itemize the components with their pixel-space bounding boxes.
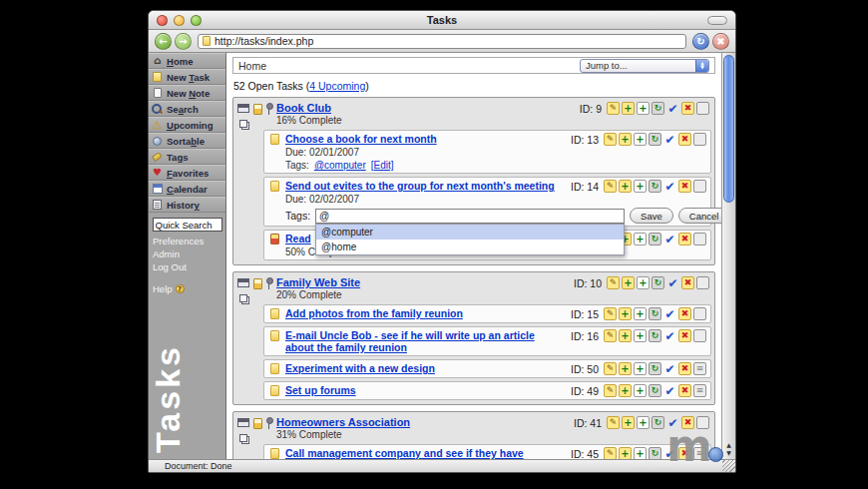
notes-box-icon[interactable] [693, 307, 706, 320]
add-note-icon[interactable]: + [634, 307, 647, 320]
add-note-icon[interactable]: + [634, 362, 647, 375]
notes-box-icon[interactable] [696, 276, 709, 289]
complete-icon[interactable]: ✔ [663, 384, 676, 397]
scroll-down-icon[interactable]: ▼ [726, 450, 731, 456]
delete-icon[interactable]: ✖ [678, 133, 691, 146]
edit-icon[interactable]: ✎ [604, 307, 617, 320]
add-note-icon[interactable]: + [637, 102, 650, 115]
pin-icon[interactable] [265, 417, 272, 429]
task-title-link[interactable]: Call management company and see if they … [285, 447, 565, 459]
add-note-icon[interactable]: + [637, 416, 650, 429]
complete-icon[interactable]: ✔ [663, 133, 676, 146]
tag-link[interactable]: @computer [314, 160, 366, 171]
archive-icon[interactable]: ↻ [649, 384, 661, 397]
copy-group-icon[interactable] [239, 120, 247, 128]
edit-icon[interactable]: ✎ [604, 384, 617, 397]
sidebar-item-new-note[interactable]: New Note [149, 85, 225, 101]
forward-button[interactable]: → [175, 33, 192, 50]
add-task-icon[interactable]: + [619, 329, 632, 342]
sidebar-link-admin[interactable]: Admin [149, 247, 225, 260]
toolbar-pill-button[interactable] [707, 16, 727, 25]
add-task-icon[interactable]: + [622, 102, 635, 115]
edit-icon[interactable]: ✎ [604, 329, 617, 342]
delete-icon[interactable]: ✖ [681, 102, 694, 115]
complete-icon[interactable]: ✔ [663, 329, 676, 342]
notes-box-icon[interactable] [693, 133, 706, 146]
notes-box-icon[interactable] [693, 384, 706, 397]
sidebar-item-tags[interactable]: Tags [149, 149, 225, 165]
sidebar-item-history[interactable]: History [149, 197, 225, 213]
upcoming-link[interactable]: 4 Upcoming [309, 80, 365, 92]
copy-group-icon[interactable] [239, 294, 247, 302]
add-note-icon[interactable]: + [634, 233, 647, 245]
archive-icon[interactable]: ↻ [649, 180, 661, 193]
notes-box-icon[interactable] [693, 362, 706, 375]
edit-icon[interactable]: ✎ [604, 362, 617, 375]
autocomplete-option[interactable]: @home [316, 240, 624, 254]
complete-icon[interactable]: ✔ [663, 180, 676, 193]
complete-icon[interactable]: ✔ [666, 276, 679, 289]
add-note-icon[interactable]: + [634, 180, 647, 193]
archive-icon[interactable]: ↻ [649, 133, 661, 146]
delete-icon[interactable]: ✖ [678, 233, 691, 245]
archive-icon[interactable]: ↻ [649, 447, 661, 459]
add-note-icon[interactable]: + [634, 329, 647, 342]
delete-icon[interactable]: ✖ [678, 180, 691, 193]
notes-box-icon[interactable] [696, 102, 709, 115]
group-title-link[interactable]: Family Web Site [276, 276, 360, 288]
resize-grip-icon[interactable] [722, 459, 735, 472]
archive-icon[interactable]: ↻ [649, 329, 661, 342]
archive-icon[interactable]: ↻ [651, 276, 664, 289]
add-note-icon[interactable]: + [634, 384, 647, 397]
pin-icon[interactable] [265, 277, 272, 289]
vertical-scrollbar[interactable]: ▲ ▼ [721, 53, 735, 459]
sidebar-link-help[interactable]: Help ? [149, 282, 225, 295]
sidebar-item-calendar[interactable]: Calendar [149, 181, 225, 197]
sidebar-link-preferences[interactable]: Preferences [149, 235, 225, 247]
notes-box-icon[interactable] [693, 233, 706, 245]
copy-group-icon[interactable] [239, 434, 247, 442]
collapse-group-icon[interactable] [237, 104, 249, 113]
title-bar[interactable]: Tasks [149, 11, 735, 30]
archive-icon[interactable]: ↻ [649, 233, 661, 245]
url-field[interactable]: http://tasks/index.php [198, 34, 686, 49]
sidebar-item-search[interactable]: Search [149, 101, 225, 117]
autocomplete-option[interactable]: @computer [316, 225, 624, 240]
task-title-link[interactable]: Choose a book for next month [285, 133, 437, 145]
edit-icon[interactable]: ✎ [604, 447, 617, 459]
sidebar-item-upcoming[interactable]: ⚠ Upcoming [149, 117, 225, 133]
notes-box-icon[interactable] [693, 180, 706, 193]
stop-button[interactable]: ✖ [712, 33, 729, 50]
task-title-link[interactable]: Experiment with a new design [285, 362, 435, 374]
add-task-icon[interactable]: + [619, 362, 632, 375]
tag-edit-link[interactable]: [Edit] [371, 160, 394, 171]
task-title-link[interactable]: Add photos from the family reunion [285, 307, 463, 319]
task-title-link[interactable]: Set up forums [285, 384, 356, 396]
add-task-icon[interactable]: + [622, 416, 635, 429]
delete-icon[interactable]: ✖ [681, 276, 694, 289]
quick-search-input[interactable] [153, 218, 222, 232]
add-note-icon[interactable]: + [634, 447, 647, 459]
edit-icon[interactable]: ✎ [604, 133, 617, 146]
complete-icon[interactable]: ✔ [663, 307, 676, 320]
delete-icon[interactable]: ✖ [678, 362, 691, 375]
pin-icon[interactable] [265, 103, 272, 115]
sidebar-item-sortable[interactable]: Sortable [149, 133, 225, 149]
complete-icon[interactable]: ✔ [663, 362, 676, 375]
delete-icon[interactable]: ✖ [678, 329, 691, 342]
add-task-icon[interactable]: + [619, 447, 632, 459]
edit-icon[interactable]: ✎ [604, 180, 617, 193]
jump-to-select[interactable]: Jump to... ▲▼ [580, 59, 709, 73]
scrollbar-thumb[interactable] [723, 55, 734, 203]
complete-icon[interactable]: ✔ [663, 233, 676, 245]
sidebar-item-home[interactable]: ⌂ Home [149, 53, 225, 69]
edit-icon[interactable]: ✎ [607, 276, 620, 289]
archive-icon[interactable]: ↻ [651, 416, 664, 429]
sidebar-item-favorites[interactable]: ♥ Favorites [149, 165, 225, 181]
add-task-icon[interactable]: + [619, 307, 632, 320]
edit-icon[interactable]: ✎ [607, 416, 620, 429]
add-task-icon[interactable]: + [619, 180, 632, 193]
archive-icon[interactable]: ↻ [651, 102, 664, 115]
notes-box-icon[interactable] [693, 329, 706, 342]
complete-icon[interactable]: ✔ [666, 102, 679, 115]
